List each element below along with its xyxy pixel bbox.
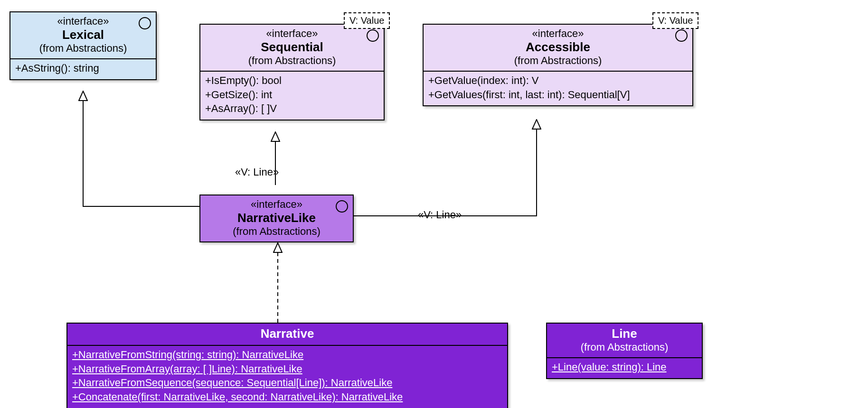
class-line: Line (from Abstractions) +Line(value: st… [546, 323, 703, 379]
interface-sequential: «interface» Sequential (from Abstraction… [199, 24, 385, 121]
method: +NarrativeFromString(string: string): Na… [72, 348, 502, 362]
method: +NarrativeFromArray(array: [ ]Line): Nar… [72, 362, 502, 376]
method: +Line(value: string): Line [552, 360, 697, 374]
class-name: Line [552, 326, 697, 341]
class-origin: (from Abstractions) [428, 55, 688, 67]
method: +IsEmpty(): bool [205, 74, 379, 88]
interface-circle-icon [139, 17, 151, 29]
class-name: Narrative [72, 326, 502, 341]
method: +NarrativeFromSequence(sequence: Sequent… [72, 376, 502, 390]
template-param-accessible: V: Value [652, 12, 698, 29]
interface-accessible: «interface» Accessible (from Abstraction… [423, 24, 693, 106]
class-name: Accessible [428, 40, 688, 55]
edge-label-vline-sequential: «V: Line» [235, 166, 279, 178]
class-origin: (from Abstractions) [15, 42, 151, 55]
interface-circle-icon [336, 200, 348, 213]
interface-narrativelike: «interface» NarrativeLike (from Abstract… [199, 195, 354, 242]
interface-circle-icon [675, 29, 688, 42]
class-origin: (from Abstractions) [205, 225, 348, 238]
stereotype: «interface» [205, 28, 379, 40]
stereotype: «interface» [428, 28, 688, 40]
class-name: NarrativeLike [205, 211, 348, 225]
method: +AsArray(): [ ]V [205, 102, 379, 116]
stereotype: «interface» [15, 15, 151, 28]
class-name: Sequential [205, 40, 379, 55]
method: +GetSize(): int [205, 88, 379, 102]
edge-label-vline-accessible: «V: Line» [418, 209, 462, 221]
class-name: Lexical [15, 28, 151, 42]
method: +GetValue(index: int): V [428, 74, 688, 88]
class-narrative: Narrative +NarrativeFromString(string: s… [66, 323, 508, 408]
class-origin: (from Abstractions) [552, 341, 697, 353]
method: +GetValues(first: int, last: int): Seque… [428, 88, 688, 102]
interface-circle-icon [367, 29, 379, 42]
method: +Concatenate(first: NarrativeLike, secon… [72, 390, 502, 404]
class-origin: (from Abstractions) [205, 55, 379, 67]
method: +AsString(): string [15, 61, 151, 75]
template-param-sequential: V: Value [344, 12, 390, 29]
interface-lexical: «interface» Lexical (from Abstractions) … [9, 11, 157, 80]
stereotype: «interface» [205, 198, 348, 211]
